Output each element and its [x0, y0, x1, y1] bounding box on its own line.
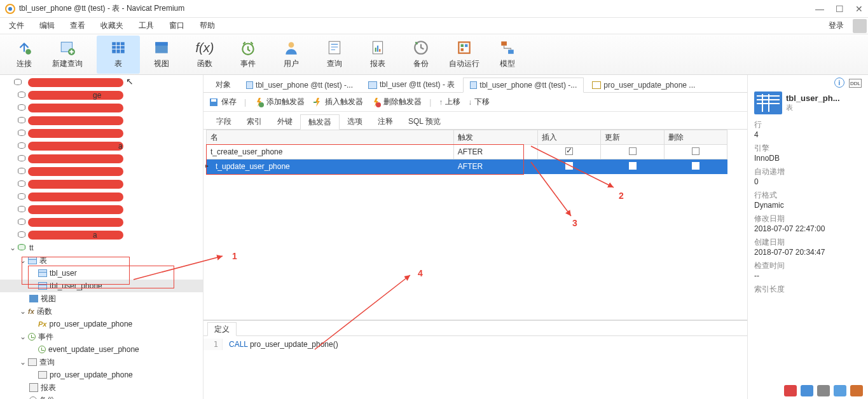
tree-connection[interactable]: [0, 152, 203, 165]
tree-connection[interactable]: [0, 102, 203, 114]
tool-view[interactable]: 视图: [140, 36, 183, 74]
checkbox-delete[interactable]: [692, 162, 699, 170]
menu-view[interactable]: 查看: [62, 18, 93, 34]
menu-help[interactable]: 帮助: [192, 18, 223, 34]
tool-connect[interactable]: 连接: [3, 36, 46, 74]
tree-db-tt[interactable]: ⌄tt: [0, 241, 203, 254]
tray-icon[interactable]: [850, 385, 863, 396]
trigger-grid[interactable]: 名 触发 插入 更新 删除 t_create_user_phone AFTER …: [206, 130, 727, 174]
tree-tables-group[interactable]: ⌄表: [0, 254, 203, 267]
tool-function[interactable]: f(x)函数: [183, 36, 226, 74]
trigger-row-selected[interactable]: ▸t_update_user_phone AFTER: [207, 159, 727, 174]
subtab-sql-preview[interactable]: SQL 预览: [401, 114, 448, 129]
tree-queries-group[interactable]: ⌄查询: [0, 356, 203, 369]
info-icon[interactable]: i: [834, 78, 844, 88]
tree-connection[interactable]: a: [0, 229, 203, 241]
avatar-icon[interactable]: [853, 19, 867, 33]
tab-tbl-user-phone-1[interactable]: tbl_user_phone @tt (test) -...: [239, 77, 360, 92]
minimize-button[interactable]: —: [815, 4, 824, 14]
info-panel: i DDL tbl_user_ph... 表 行4 引擎InnoDB 自动递增0…: [747, 75, 868, 399]
checkbox-delete[interactable]: [692, 147, 699, 155]
checkbox-update[interactable]: [629, 162, 637, 170]
def-tab[interactable]: 定义: [207, 322, 237, 336]
tool-user[interactable]: 用户: [270, 36, 313, 74]
checkbox-insert[interactable]: [565, 162, 573, 170]
tab-procedure[interactable]: pro_user_update_phone ...: [585, 77, 702, 92]
tree-connection[interactable]: ge: [0, 89, 203, 102]
tool-backup[interactable]: 备份: [399, 36, 443, 74]
move-down-button[interactable]: ↓下移: [468, 97, 490, 107]
col-delete[interactable]: 删除: [664, 130, 727, 145]
tree-connection[interactable]: [0, 216, 203, 229]
tree-events-group[interactable]: ⌄事件: [0, 330, 203, 343]
tree-query-item[interactable]: pro_user_update_phone: [0, 369, 203, 381]
subtab-fields[interactable]: 字段: [209, 114, 239, 129]
delete-trigger-button[interactable]: 删除触发器: [371, 97, 422, 107]
tool-query[interactable]: 查询: [313, 36, 356, 74]
panel-title: tbl_user_ph...: [786, 93, 840, 103]
tray-icon[interactable]: [801, 385, 813, 396]
checkbox-update[interactable]: [629, 147, 637, 155]
tree-views-group[interactable]: 视图: [0, 292, 203, 305]
menu-file[interactable]: 文件: [1, 18, 32, 34]
tool-report[interactable]: 报表: [356, 36, 399, 74]
tool-autorun[interactable]: 自动运行: [443, 36, 486, 74]
tree-connection[interactable]: [0, 178, 203, 191]
tree-backups-group[interactable]: 备份: [0, 394, 203, 399]
tree-function-item[interactable]: Pxpro_user_update_phone: [0, 318, 203, 330]
col-insert[interactable]: 插入: [538, 130, 601, 145]
subtab-comment[interactable]: 注释: [370, 114, 401, 129]
tool-event[interactable]: 事件: [226, 36, 270, 74]
tray-icon[interactable]: [817, 385, 830, 396]
svg-rect-14: [379, 49, 380, 51]
tree-connection[interactable]: [0, 191, 203, 203]
add-trigger-button[interactable]: 添加触发器: [254, 97, 305, 107]
subtab-indexes[interactable]: 索引: [239, 114, 270, 129]
login-button[interactable]: 登录: [822, 18, 850, 34]
menu-tools[interactable]: 工具: [131, 18, 162, 34]
tree-connection[interactable]: [0, 127, 203, 140]
col-name[interactable]: 名: [207, 130, 454, 145]
svg-point-25: [376, 102, 381, 107]
subtab-triggers[interactable]: 触发器: [300, 114, 340, 130]
checkbox-insert[interactable]: [565, 147, 573, 155]
ddl-icon[interactable]: DDL: [849, 79, 862, 88]
menu-window[interactable]: 窗口: [162, 18, 192, 34]
tree-reports-group[interactable]: 报表: [0, 381, 203, 394]
tree-table-tbl-user-phone[interactable]: tbl_user_phone: [0, 280, 203, 292]
menu-edit[interactable]: 编辑: [32, 18, 62, 34]
move-up-button[interactable]: ↑上移: [439, 97, 460, 107]
tree-table-tbl-user[interactable]: tbl_user: [0, 267, 203, 280]
insert-trigger-button[interactable]: 插入触发器: [312, 97, 363, 107]
tool-table[interactable]: 表: [97, 36, 140, 74]
save-button[interactable]: 保存: [209, 97, 237, 107]
tray-icon[interactable]: [834, 385, 846, 396]
subtab-options[interactable]: 选项: [340, 114, 370, 129]
maximize-button[interactable]: ☐: [836, 4, 844, 14]
tab-tbl-user[interactable]: tbl_user @tt (test) - 表: [361, 77, 462, 92]
annotation-label-1: 1: [232, 251, 237, 261]
tree-connection[interactable]: a: [0, 140, 203, 152]
tree-functions-group[interactable]: ⌄fx函数: [0, 305, 203, 318]
tab-objects[interactable]: 对象: [209, 77, 238, 92]
subtab-fk[interactable]: 外键: [270, 114, 300, 129]
menu-favorites[interactable]: 收藏夹: [93, 18, 131, 34]
tree-connection[interactable]: [0, 165, 203, 178]
window-controls: — ☐ ✕: [815, 4, 863, 14]
panel-subtitle: 表: [786, 103, 840, 112]
tree-event-item[interactable]: event_update_user_phone: [0, 343, 203, 356]
tree-connection[interactable]: [0, 203, 203, 216]
col-fire[interactable]: 触发: [453, 130, 537, 145]
trigger-row[interactable]: t_create_user_phone AFTER: [207, 145, 727, 159]
close-button[interactable]: ✕: [855, 4, 863, 14]
tree-connection[interactable]: [0, 114, 203, 127]
tree-connection[interactable]: [0, 76, 203, 89]
code-line[interactable]: CALL pro_user_update_phone(): [223, 339, 345, 350]
tool-new-query[interactable]: 新建查询: [46, 36, 89, 74]
svg-rect-23: [211, 99, 216, 102]
col-update[interactable]: 更新: [601, 130, 664, 145]
tab-tbl-user-phone-2[interactable]: tbl_user_phone @tt (test) -...: [463, 78, 584, 93]
sql-editor[interactable]: 1 CALL pro_user_update_phone(): [203, 336, 747, 353]
tray-icon[interactable]: [784, 385, 797, 396]
tool-model[interactable]: 模型: [486, 36, 529, 74]
